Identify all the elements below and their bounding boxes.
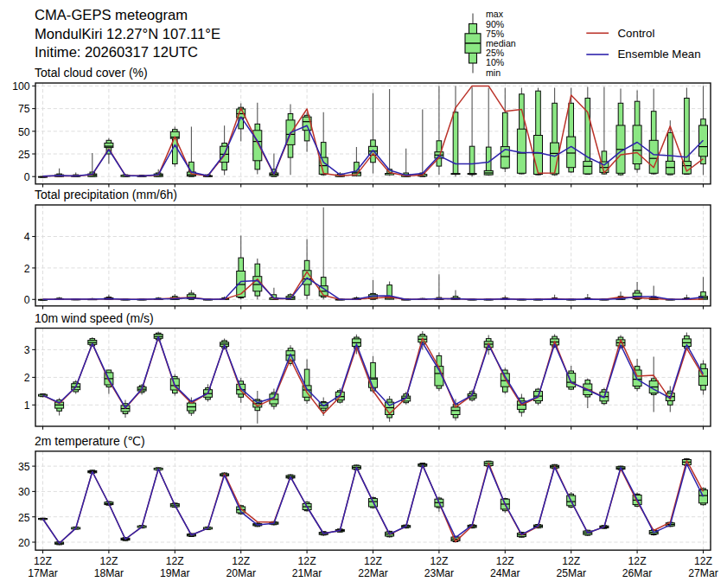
svg-text:4: 4 [24, 231, 30, 243]
svg-text:20Mar: 20Mar [226, 567, 256, 579]
svg-text:Total precipitation (mm/6h): Total precipitation (mm/6h) [35, 188, 177, 201]
svg-text:10%: 10% [486, 57, 505, 67]
svg-text:12Z: 12Z [694, 555, 713, 567]
svg-text:Total cloud cover (%): Total cloud cover (%) [35, 66, 148, 80]
svg-text:12Z: 12Z [430, 555, 449, 567]
svg-text:max: max [486, 9, 504, 19]
svg-text:2: 2 [24, 263, 30, 275]
svg-text:12Z: 12Z [496, 555, 515, 567]
svg-text:25: 25 [18, 149, 30, 161]
svg-text:Control: Control [618, 27, 655, 40]
svg-text:17Mar: 17Mar [28, 567, 58, 579]
svg-text:12Z: 12Z [364, 555, 383, 567]
svg-text:12Z: 12Z [298, 555, 317, 567]
svg-text:75%: 75% [486, 29, 505, 39]
svg-text:12Z: 12Z [628, 555, 647, 567]
svg-text:23Mar: 23Mar [424, 567, 455, 579]
svg-text:18Mar: 18Mar [94, 567, 124, 579]
svg-text:0: 0 [24, 294, 30, 306]
svg-text:CMA-GEPS meteogram: CMA-GEPS meteogram [35, 7, 188, 23]
svg-text:1: 1 [24, 399, 30, 412]
svg-text:2m temperature (℃): 2m temperature (℃) [35, 434, 145, 448]
svg-text:median: median [486, 38, 516, 48]
svg-text:19Mar: 19Mar [160, 567, 190, 579]
svg-text:10m wind speed (m/s): 10m wind speed (m/s) [35, 311, 154, 325]
svg-text:25: 25 [18, 512, 30, 524]
svg-text:Ensemble Mean: Ensemble Mean [618, 48, 701, 61]
svg-text:22Mar: 22Mar [358, 567, 388, 579]
svg-text:min: min [486, 67, 501, 78]
svg-text:12Z: 12Z [99, 555, 118, 567]
svg-text:0: 0 [24, 171, 30, 183]
svg-text:100: 100 [12, 80, 30, 93]
svg-text:35: 35 [18, 461, 30, 473]
svg-text:12Z: 12Z [166, 555, 185, 567]
svg-text:25Mar: 25Mar [556, 567, 586, 579]
svg-text:20: 20 [18, 537, 30, 549]
svg-text:75: 75 [18, 103, 30, 115]
svg-text:MondulKiri 12.27°N 107.11°E: MondulKiri 12.27°N 107.11°E [35, 26, 220, 42]
svg-text:2: 2 [24, 372, 30, 384]
svg-text:26Mar: 26Mar [622, 567, 653, 579]
svg-text:12Z: 12Z [562, 555, 581, 567]
svg-text:12Z: 12Z [232, 555, 251, 567]
svg-text:21Mar: 21Mar [292, 567, 322, 579]
svg-text:12Z: 12Z [34, 555, 53, 567]
svg-text:50: 50 [18, 126, 30, 138]
svg-text:24Mar: 24Mar [490, 567, 520, 579]
svg-text:30: 30 [18, 486, 30, 498]
svg-text:27Mar: 27Mar [688, 567, 718, 579]
svg-text:3: 3 [24, 344, 30, 356]
svg-text:Initime: 20260317 12UTC: Initime: 20260317 12UTC [35, 44, 198, 61]
